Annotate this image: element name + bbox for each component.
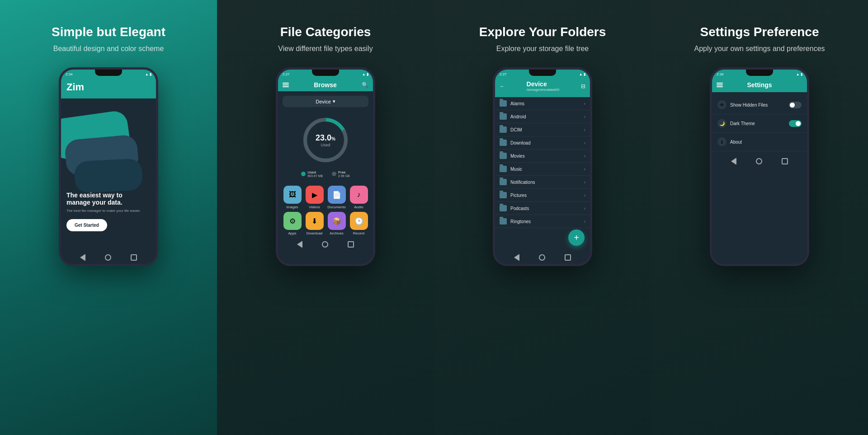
phone2-status-icons: ▲ ▮ [362, 72, 368, 76]
menu-icon [283, 83, 289, 87]
recents-btn3 [565, 254, 571, 261]
back-btn3 [514, 254, 519, 261]
phone1-icons: ▲ ▮ [145, 72, 151, 76]
storage-percent: 23.0% [316, 133, 335, 143]
panel4-title: Settings Preference [700, 25, 819, 39]
about-label: About [730, 140, 802, 145]
documents-icon: 📄 [328, 186, 346, 204]
download-label: Download [307, 231, 323, 235]
images-label: Images [286, 205, 298, 209]
settings-title: Settings [723, 81, 796, 89]
settings-hidden-files[interactable]: 👁 Show Hidden Files [712, 96, 807, 114]
panel2-subtitle: View different file types easily [278, 44, 373, 54]
audio-label: Audio [354, 205, 363, 209]
legend-used: Used 903.97 MB [301, 170, 323, 178]
folder-icon [500, 140, 507, 146]
legend-free: Free 2.99 GB [332, 170, 350, 178]
folder-icon [500, 113, 507, 120]
phone2-search-icon: 🔍 [362, 82, 368, 88]
category-recent[interactable]: 🕒 Recent [349, 212, 368, 235]
panel1-title: Simple but Elegant [52, 25, 165, 39]
phone3-time: 2:27 [500, 72, 507, 76]
audio-icon: ♪ [350, 186, 368, 204]
category-download[interactable]: ⬇ Download [305, 212, 324, 235]
folder-android[interactable]: Android › [495, 110, 590, 123]
documents-label: Documents [327, 205, 345, 209]
videos-label: Videos [309, 205, 320, 209]
filter-icon[interactable]: ⊟ [581, 83, 585, 89]
phone3-notch [529, 70, 556, 76]
phone2-header: Browse 🔍 [278, 79, 373, 91]
recent-icon: 🕒 [350, 212, 368, 230]
settings-dark-theme[interactable]: 🌙 Dark Theme [712, 114, 807, 133]
explorer-path: /storage/emulated/0/ [527, 88, 560, 92]
phone2-screen: 2:27 ▲ ▮ Browse 🔍 Device ▾ [278, 70, 373, 264]
panel-settings: Settings Preference Apply your own setti… [651, 0, 868, 435]
hidden-files-toggle[interactable] [789, 102, 802, 108]
download-icon: ⬇ [306, 212, 324, 230]
home-btn2 [322, 241, 328, 248]
chevron-right-icon: › [584, 219, 585, 224]
back-btn4 [731, 158, 736, 165]
folder-download[interactable]: Download › [495, 136, 590, 150]
folder-music[interactable]: Music › [495, 163, 590, 176]
folder-notifications[interactable]: Notifications › [495, 176, 590, 189]
category-archives[interactable]: 📦 Archives [327, 212, 346, 235]
chevron-right-icon: › [584, 167, 585, 172]
apps-icon: ⚙ [283, 212, 302, 230]
folder-icon [500, 218, 507, 225]
folder-icon [500, 192, 507, 198]
phone4-time: 2:34 [717, 72, 724, 76]
device-selector[interactable]: Device ▾ [283, 96, 368, 107]
home-button [105, 254, 111, 261]
category-audio[interactable]: ♪ Audio [349, 186, 368, 209]
folder-alarms[interactable]: Alarms › [495, 97, 590, 110]
folder-icon [500, 205, 507, 211]
settings-about[interactable]: ℹ About [712, 133, 807, 151]
settings-list: 👁 Show Hidden Files 🌙 Dark Theme ℹ About [712, 92, 807, 155]
folder-ringtones[interactable]: Ringtones › [495, 215, 590, 228]
category-documents[interactable]: 📄 Documents [327, 186, 346, 209]
chevron-right-icon: › [584, 114, 585, 119]
back-arrow-icon[interactable]: ← [500, 83, 505, 89]
phone4-bottom-bar [712, 155, 807, 168]
folder-icon [500, 126, 507, 133]
folder-icon [500, 166, 507, 172]
explorer-title: Device [527, 80, 560, 88]
chevron-right-icon: › [584, 127, 585, 132]
moon-icon: 🌙 [717, 119, 726, 128]
apps-label: Apps [288, 231, 296, 235]
chevron-right-icon: › [584, 180, 585, 185]
phone2-time: 2:27 [283, 72, 290, 76]
phone4-screen: 2:34 ▲ ▮ Settings 👁 Show Hidden Files 🌙 [712, 70, 807, 264]
category-videos[interactable]: ▶ Videos [305, 186, 324, 209]
explorer-header-top: ← Device /storage/emulated/0/ ⊟ [500, 80, 585, 92]
panel-file-categories: File Categories View different file type… [217, 0, 434, 435]
info-icon: ℹ [717, 137, 726, 146]
folder-icon [500, 179, 507, 185]
recents-button [131, 254, 137, 261]
get-started-button[interactable]: Get Started [66, 219, 107, 231]
chevron-right-icon: › [584, 140, 585, 145]
category-images[interactable]: 🖼 Images [283, 186, 302, 209]
dark-theme-toggle[interactable] [789, 120, 802, 127]
phone2-title: Browse [314, 81, 337, 89]
folder-list: Alarms › Android › DCIM › Download › [495, 97, 590, 251]
phone1-content: The easiest way tomanage your data. The … [61, 186, 156, 237]
folder-dcim[interactable]: DCIM › [495, 123, 590, 136]
phone3-status-icons: ▲ ▮ [579, 72, 585, 76]
panel2-title: File Categories [280, 25, 371, 39]
explorer-header: ← Device /storage/emulated/0/ ⊟ [495, 79, 590, 97]
folder-movies[interactable]: Movies › [495, 150, 590, 163]
phone1-app-name: Zim [66, 81, 151, 93]
folder-podcasts[interactable]: Podcasts › [495, 202, 590, 215]
category-apps[interactable]: ⚙ Apps [283, 212, 302, 235]
used-size: 903.97 MB [307, 174, 323, 178]
device-label: Device [316, 99, 331, 104]
phone1-tagline: The easiest way tomanage your data. [66, 192, 151, 206]
panel3-subtitle: Explore your storage file tree [496, 44, 589, 54]
hamburger-icon [717, 83, 723, 87]
folder-pictures[interactable]: Pictures › [495, 189, 590, 202]
phone2-bottom-bar [278, 238, 373, 251]
panel3-title: Explore Your Folders [479, 25, 606, 39]
